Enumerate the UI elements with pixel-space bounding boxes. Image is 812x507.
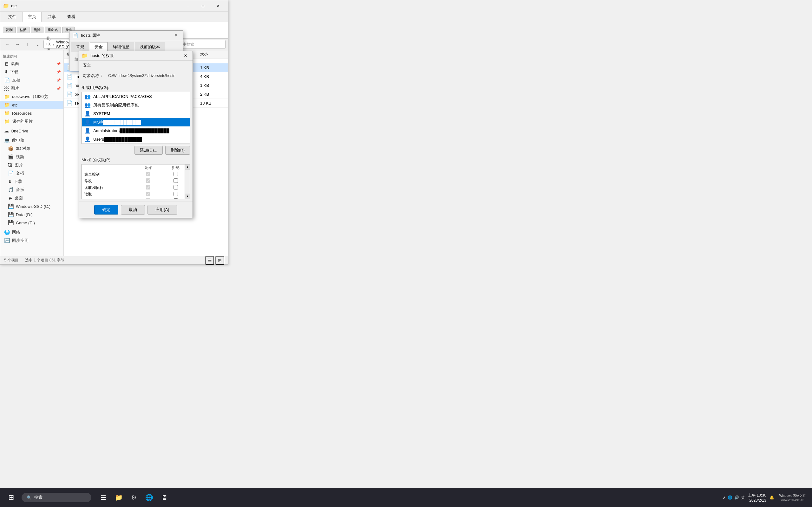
brand-text: Windows 系统之家 xyxy=(779,494,806,498)
sidebar-item-e-drive[interactable]: 💾 Game (E:) xyxy=(0,219,63,227)
maximize-button[interactable]: □ xyxy=(196,1,210,11)
perm-read-exec-allow-checkbox[interactable] xyxy=(146,185,150,189)
tray-up-arrow[interactable]: ∧ xyxy=(723,495,726,500)
network-icon: 🌐 xyxy=(4,229,10,235)
tab-home[interactable]: 主页 xyxy=(22,12,42,22)
perm-modify-allow-checkbox[interactable] xyxy=(146,178,150,183)
taskbar-clock[interactable]: 上午 10:30 2023/2/13 xyxy=(748,493,766,503)
pictures-icon: 🖼 xyxy=(4,86,9,91)
user-item-users[interactable]: 👤 Users█████████████ xyxy=(82,135,190,144)
sidebar-item-3d[interactable]: 📦 3D 对象 xyxy=(0,145,63,153)
lmhosts-icon: 📄 xyxy=(66,73,72,79)
perm-read-allow-checkbox[interactable] xyxy=(146,192,150,196)
sidebar-item-sync[interactable]: 🔄 同步空间 xyxy=(0,236,63,245)
taskbar-search-icon: 🔍 xyxy=(27,495,32,500)
up-button[interactable]: ↑ xyxy=(23,40,32,49)
hosts-permissions-dialog: 📁 hosts 的权限 × 安全 对象名称： C:\Windows\System… xyxy=(79,51,193,218)
ribbon-delete-btn[interactable]: 删除 xyxy=(31,26,44,33)
tab-view[interactable]: 查看 xyxy=(62,12,81,22)
add-button[interactable]: 添加(D)... xyxy=(135,146,163,155)
tab-general[interactable]: 常规 xyxy=(71,42,89,52)
taskbar-right-area: ∧ 🌐 🔊 英 上午 10:30 2023/2/13 🔔 Windows 系统之… xyxy=(723,493,809,503)
col-size[interactable]: 大小 xyxy=(200,52,225,57)
perm-read-exec-deny-checkbox[interactable] xyxy=(173,185,178,189)
perm-modify-deny-checkbox[interactable] xyxy=(173,178,178,183)
user-item-admins[interactable]: 👤 Administrators█████████████████ xyxy=(82,126,190,135)
close-button[interactable]: ✕ xyxy=(211,1,225,11)
sidebar-item-downloads[interactable]: ⬇ 下载 📌 xyxy=(0,68,63,76)
user-item-restricted[interactable]: 👥 所有受限制的应用程序包 xyxy=(82,101,190,109)
sidebar-item-network[interactable]: 🌐 网络 xyxy=(0,228,63,236)
recent-btn[interactable]: ⌄ xyxy=(33,40,42,49)
saved-pics-icon: 📁 xyxy=(4,118,10,124)
start-button[interactable]: ⊞ xyxy=(3,490,19,505)
sidebar-item-this-pc[interactable]: 💻 此电脑 xyxy=(0,136,63,145)
sidebar-item-deskwave-label: deskwave（1920宽 xyxy=(12,94,48,100)
taskbar-search-box[interactable]: 🔍 搜索 xyxy=(21,493,91,502)
ribbon-rename-btn[interactable]: 重命名 xyxy=(45,26,61,33)
apply-button[interactable]: 应用(A) xyxy=(148,205,177,215)
user-item-all-app-packages[interactable]: 👥 ALL APPLICATION PACKAGES xyxy=(82,92,190,101)
sidebar-item-documents[interactable]: 📄 文档 📌 xyxy=(0,76,63,84)
ribbon-paste-btn[interactable]: 粘贴 xyxy=(17,26,30,33)
perm-full-allow-cell xyxy=(135,171,162,178)
tab-details[interactable]: 详细信息 xyxy=(108,42,134,52)
back-button[interactable]: ← xyxy=(3,40,12,49)
cancel-button[interactable]: 取消 xyxy=(121,205,145,215)
forward-button[interactable]: → xyxy=(13,40,22,49)
resources-icon: 📁 xyxy=(4,110,10,116)
hosts-perms-close-btn[interactable]: × xyxy=(181,52,190,60)
sidebar-item-docs2[interactable]: 📄 文档 xyxy=(0,169,63,177)
tray-lang-icon[interactable]: 英 xyxy=(741,495,745,500)
sidebar-item-desktop2-label: 桌面 xyxy=(14,195,23,201)
perm-write-deny-checkbox[interactable] xyxy=(173,199,178,199)
settings-btn[interactable]: ⚙ xyxy=(127,491,141,504)
add-remove-buttons: 添加(D)... 删除(R) xyxy=(79,146,193,155)
sidebar-item-desktop2[interactable]: 🖥 桌面 xyxy=(0,194,63,202)
tab-file[interactable]: 文件 xyxy=(3,12,22,22)
hosts-props-close-btn[interactable]: × xyxy=(171,32,181,39)
sidebar-item-pictures[interactable]: 🖼 图片 📌 xyxy=(0,84,63,93)
sidebar-item-downloads2[interactable]: ⬇ 下载 xyxy=(0,177,63,186)
sidebar-item-saved-pics[interactable]: 📁 保存的图片 xyxy=(0,117,63,125)
perm-full-allow-checkbox[interactable] xyxy=(146,172,150,176)
col-perm-name xyxy=(82,164,135,171)
terminal-btn[interactable]: 🖥 xyxy=(157,491,171,504)
sidebar-item-desktop[interactable]: 🖥 桌面 📌 xyxy=(0,60,63,68)
sidebar-item-d-drive[interactable]: 💾 Data (D:) xyxy=(0,210,63,219)
sidebar-item-pics2[interactable]: 🖼 图片 xyxy=(0,161,63,169)
sidebar-item-onedrive[interactable]: ☁ OneDrive xyxy=(0,127,63,135)
sidebar-item-deskwave[interactable]: 📁 deskwave（1920宽 xyxy=(0,93,63,101)
downloads2-icon: ⬇ xyxy=(8,179,12,184)
clock-date: 2023/2/13 xyxy=(749,498,766,503)
perm-write-allow-checkbox[interactable] xyxy=(146,199,150,199)
perm-full-deny-checkbox[interactable] xyxy=(173,172,178,176)
this-pc-icon: 💻 xyxy=(4,137,10,143)
tab-security[interactable]: 安全 xyxy=(90,42,107,52)
edge-btn[interactable]: 🌐 xyxy=(142,491,156,504)
user-item-mr-liu[interactable]: 👤 Mr.柳█████████████ xyxy=(82,118,190,126)
file-explorer-btn[interactable]: 📁 xyxy=(112,491,125,504)
ribbon-copy-btn[interactable]: 复制 xyxy=(3,26,15,33)
ok-button[interactable]: 确定 xyxy=(94,205,118,215)
minimize-button[interactable]: ─ xyxy=(181,1,195,11)
remove-button[interactable]: 删除(R) xyxy=(165,146,190,155)
sidebar-item-c-drive[interactable]: 💾 Windows-SSD (C:) xyxy=(0,202,63,210)
object-name-field: 对象名称： C:\Windows\System32\drivers\etc\ho… xyxy=(83,73,189,78)
sidebar-item-video[interactable]: 🎬 视频 xyxy=(0,153,63,161)
notification-btn[interactable]: 🔔 xyxy=(769,495,774,500)
details-view-btn[interactable]: ☰ xyxy=(205,256,214,265)
sidebar-item-music[interactable]: 🎵 音乐 xyxy=(0,186,63,194)
sidebar-item-resources[interactable]: 📁 Resources xyxy=(0,109,63,117)
sidebar-item-etc[interactable]: 📁 etc xyxy=(0,101,63,109)
tab-share[interactable]: 共享 xyxy=(42,12,61,22)
tab-previous-versions[interactable]: 以前的版本 xyxy=(135,42,165,52)
perms-scroll-down-btn[interactable]: ▼ xyxy=(185,193,190,199)
icons-view-btn[interactable]: ⊞ xyxy=(215,256,224,265)
perm-read-deny-checkbox[interactable] xyxy=(173,192,178,196)
perms-scroll-up-btn[interactable]: ▲ xyxy=(185,164,190,170)
users-label: Users█████████████ xyxy=(93,137,142,142)
user-item-system[interactable]: 👤 SYSTEM xyxy=(82,109,190,118)
task-view-btn[interactable]: ☰ xyxy=(96,491,110,504)
col-allow: 允许 xyxy=(135,164,162,171)
